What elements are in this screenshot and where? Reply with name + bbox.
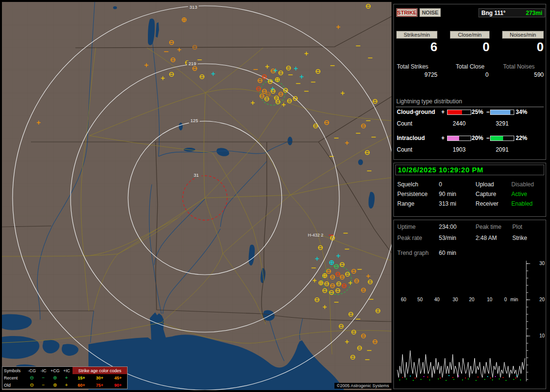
receiver-label: Receiver (476, 200, 498, 207)
legend-recent-row: Recent ⊖ − ⊕ + 15+ 30+ 45+ (2, 374, 127, 381)
bearing-readout: Bng 111° 273mi (478, 8, 545, 17)
capture-status: Active (511, 191, 527, 197)
ic-positive-count: 1903 (447, 146, 471, 153)
receiver-status: Enabled (511, 200, 533, 207)
svg-text:min: min (510, 297, 518, 302)
persistence-label: Persistence (397, 191, 428, 197)
total-noises-label: Total Noises (503, 63, 535, 70)
trend-graph: 3020106050403020100min (395, 260, 545, 382)
svg-text:0: 0 (504, 297, 507, 302)
ic-positive-pct: 20% (472, 135, 483, 141)
legend-old-label: Old (2, 383, 26, 388)
age-30: 30+ (90, 376, 109, 380)
total-close-label: Total Close (456, 63, 484, 70)
old-nic-icon: − (38, 382, 49, 388)
ic-negative-bar (490, 136, 514, 141)
cg-plus-sign: + (441, 109, 445, 115)
svg-text:60: 60 (401, 297, 406, 302)
peak-rate-label: Peak rate (397, 235, 422, 241)
total-strikes-value: 9725 (397, 71, 437, 78)
map-canvas: 31321912531 H-432 2 (2, 2, 391, 390)
ic-positive-bar (447, 136, 471, 141)
recent-nic-icon: − (38, 375, 49, 380)
legend-col-pcg: +CG (49, 368, 61, 373)
uptime-label: Uptime (397, 224, 416, 230)
svg-text:10: 10 (487, 297, 492, 302)
age-60: 60+ (72, 383, 90, 388)
trend-graph-label: Trend graph (397, 250, 429, 256)
peak-time-label: Peak time (476, 224, 501, 230)
recent-ncg-icon: ⊖ (26, 375, 38, 380)
ic-minus-sign: − (486, 135, 490, 141)
cg-positive-count: 2440 (447, 120, 471, 127)
bearing-distance: 273mi (526, 10, 542, 16)
uptime-value: 234:00 (439, 224, 457, 230)
svg-text:20: 20 (539, 297, 545, 302)
legend-age-header: Strike age color codes (72, 367, 127, 374)
trend-panel: Uptime 234:00 Peak time Plot Peak rate 5… (393, 220, 546, 389)
svg-text:H-432 2: H-432 2 (308, 233, 323, 238)
datetime-display: 10/26/2025 10:29:20 PM (395, 165, 544, 175)
svg-text:31: 31 (194, 172, 199, 178)
svg-text:219: 219 (188, 61, 196, 66)
distribution-title: Lightning type distribution (396, 98, 462, 105)
recent-pic-icon: + (61, 375, 72, 380)
age-75: 75+ (90, 383, 109, 388)
ic-negative-pct: 22% (516, 135, 527, 141)
svg-text:30: 30 (452, 297, 458, 302)
copyright-text: ©2005 Astrogenic Systems (334, 383, 391, 389)
noises-per-min-value: 0 (502, 40, 547, 55)
svg-text:20: 20 (469, 297, 475, 302)
cloud-ground-label: Cloud-ground (397, 109, 435, 115)
svg-text:10: 10 (539, 333, 545, 338)
squelch-label: Squelch (397, 181, 418, 188)
noise-button[interactable]: NOISE (420, 8, 441, 17)
cg-negative-pct: 34% (516, 109, 527, 115)
ic-count-label: Count (397, 146, 412, 153)
range-value: 313 mi (439, 200, 456, 207)
legend-recent-label: Recent (2, 376, 26, 380)
close-per-min-value: 0 (450, 40, 492, 55)
svg-text:125: 125 (190, 118, 198, 123)
total-strikes-label: Total Strikes (397, 63, 428, 70)
bearing-value: Bng 111° (481, 10, 506, 16)
age-90: 90+ (109, 383, 127, 388)
upload-status: Disabled (511, 181, 534, 188)
stats-panel: STRIKE NOISE Bng 111° 273mi Strikes/min … (393, 4, 546, 160)
cg-negative-count: 3291 (490, 120, 514, 127)
plot-value: Strike (512, 235, 527, 241)
total-close-value: 0 (456, 71, 489, 78)
strike-button[interactable]: STRIKE (396, 8, 418, 17)
plot-label: Plot (512, 224, 522, 230)
range-label: Range (397, 200, 414, 207)
ic-plus-sign: + (441, 135, 445, 141)
persistence-value: 90 min (439, 191, 456, 197)
intracloud-label: Intracloud (397, 135, 425, 141)
age-15: 15+ (72, 376, 90, 380)
legend-symbols-header: Symbols (2, 368, 26, 373)
noises-per-min-button[interactable]: Noises/min (502, 31, 544, 39)
old-pic-icon: + (61, 382, 72, 388)
strikes-per-min-button[interactable]: Strikes/min (396, 31, 437, 39)
peak-rate-value: 53/min (439, 235, 456, 241)
svg-text:313: 313 (189, 4, 197, 10)
svg-text:50: 50 (417, 297, 423, 302)
close-per-min-button[interactable]: Close/min (450, 31, 490, 39)
cg-negative-bar (490, 110, 514, 115)
old-pcg-icon: ⊕ (49, 382, 61, 388)
legend-header-row: Symbols -CG -IC +CG +IC Strike age color… (2, 367, 127, 374)
strikes-per-min-value: 6 (396, 40, 440, 55)
old-ncg-icon: ⊖ (26, 382, 38, 388)
ic-negative-count: 2091 (490, 146, 514, 153)
svg-text:40: 40 (434, 297, 440, 302)
peak-time-value: 2:48 AM (476, 235, 497, 241)
legend-col-pic: +IC (61, 368, 72, 373)
capture-label: Capture (476, 191, 496, 197)
cg-positive-bar (447, 110, 471, 115)
svg-text:30: 30 (539, 261, 545, 266)
recent-pcg-icon: ⊕ (49, 375, 61, 380)
map-view[interactable]: 31321912531 H-432 2 Symbols -CG -IC +CG … (2, 2, 391, 390)
upload-label: Upload (476, 181, 494, 188)
sidebar: STRIKE NOISE Bng 111° 273mi Strikes/min … (393, 3, 547, 389)
settings-panel: 10/26/2025 10:29:20 PM Squelch 0 Upload … (393, 163, 546, 217)
